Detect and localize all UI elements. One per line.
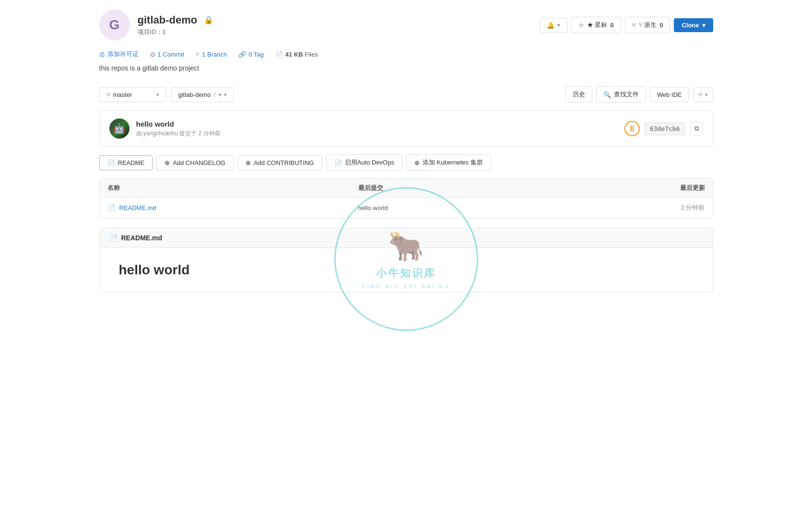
search-icon: 🔍 <box>603 91 611 98</box>
branch-icon: ⑂ <box>106 91 110 98</box>
commit-avatar: 🤖 <box>109 118 129 139</box>
branch-selector[interactable]: ⑂ master ▾ <box>99 87 166 102</box>
commit-stat: ⊙ 1 Commit <box>150 51 185 58</box>
commit-link[interactable]: 1 Commit <box>158 51 185 58</box>
files-label: 41 KB Files <box>285 51 318 58</box>
col-commit: 最后提交 <box>358 184 609 192</box>
file-icon: 📄 <box>107 159 115 166</box>
col-time: 最后更新 <box>609 184 705 192</box>
file-table-header: 名称 最后提交 最后更新 <box>100 179 713 198</box>
add-path-button[interactable]: + ▾ <box>218 91 227 98</box>
ellipsis-icon: ⑂ <box>698 91 702 98</box>
path-breadcrumb: gitlab-demo / + ▾ <box>171 87 234 102</box>
web-ide-button[interactable]: Web IDE <box>650 87 689 102</box>
tag-stat: 🔗 0 Tag <box>238 51 264 58</box>
more-options-button[interactable]: ⑂ ▾ <box>693 87 713 102</box>
chevron-down-icon: ▾ <box>156 92 159 98</box>
branch-row-left: ⑂ master ▾ gitlab-demo / + ▾ <box>99 87 234 102</box>
readme-header: 📄 README.md <box>100 228 713 248</box>
branch-icon: ⑂ <box>196 51 200 58</box>
commit-info: hello world 由 yangchuanhu 提交于 2 分钟前 <box>136 120 221 138</box>
col-name: 名称 <box>107 184 358 192</box>
plus-icon: ⊕ <box>414 159 420 166</box>
fork-icon: ⑂ <box>632 22 636 29</box>
project-header-left: G gitlab-demo 🔒 项目ID：1 <box>99 10 214 40</box>
branch-link[interactable]: 1 Branch <box>202 51 227 58</box>
find-file-button[interactable]: 🔍 查找文件 <box>596 86 646 103</box>
license-link[interactable]: 添加许可证 <box>107 50 139 59</box>
chevron-down-icon: ▾ <box>557 22 560 28</box>
branch-row: ⑂ master ▾ gitlab-demo / + ▾ 历史 🔍 查找文件 <box>99 86 713 103</box>
chevron-down-icon: ▾ <box>705 92 708 98</box>
clone-button[interactable]: Clone ▾ <box>674 18 713 32</box>
history-button[interactable]: 历史 <box>565 86 592 103</box>
copy-hash-button[interactable]: ⧉ <box>690 122 703 135</box>
commit-meta: 由 yangchuanhu 提交于 2 分钟前 <box>136 130 221 138</box>
readme-title: hello world <box>119 262 694 278</box>
star-icon: ☆ <box>578 22 584 29</box>
chevron-down-icon: ▾ <box>224 92 227 98</box>
lock-icon: 🔒 <box>204 15 213 24</box>
readme-file-icon: 📄 <box>109 234 118 242</box>
file-icon: 📄 <box>334 159 342 166</box>
notify-button[interactable]: 🔔 ▾ <box>540 18 567 33</box>
commit-icon: ⊙ <box>150 51 155 58</box>
readme-box: 📄 README.md hello world <box>99 228 713 293</box>
project-description: this repos is a gitlab demo project <box>99 64 713 72</box>
tag-link[interactable]: 0 Tag <box>248 51 264 58</box>
commit-hash: 63de7cb6 <box>645 122 685 135</box>
project-id: 项目ID：1 <box>138 28 214 36</box>
add-contributing-button[interactable]: ⊕ Add CONTRIBUTING <box>237 155 322 170</box>
project-title-block: gitlab-demo 🔒 项目ID：1 <box>138 14 214 36</box>
branch-stat: ⑂ 1 Branch <box>196 51 227 58</box>
auto-devops-button[interactable]: 📄 启用Auto DevOps <box>326 154 402 171</box>
plus-icon: + <box>218 91 222 98</box>
files-icon: 📄 <box>275 51 283 58</box>
file-time: 2 分钟前 <box>609 203 705 212</box>
project-actions: 🔔 ▾ ☆ ★ 星标 0 ⑂ ⑂ 派生 0 Clone ▾ <box>540 17 713 33</box>
add-kubernetes-button[interactable]: ⊕ 添加 Kubernetes 集群 <box>406 154 491 171</box>
commit-right: ⏸ 63de7cb6 ⧉ <box>624 121 703 136</box>
commit-box: 🤖 hello world 由 yangchuanhu 提交于 2 分钟前 ⏸ … <box>99 110 713 147</box>
chevron-down-icon: ▾ <box>702 22 706 29</box>
tag-icon: 🔗 <box>238 51 246 58</box>
project-header: G gitlab-demo 🔒 项目ID：1 🔔 ▾ ☆ ★ 星标 0 ⑂ <box>99 10 713 40</box>
stats-row: ⚖ 添加许可证 ⊙ 1 Commit ⑂ 1 Branch 🔗 0 Tag 📄 … <box>99 50 713 59</box>
branch-row-right: 历史 🔍 查找文件 Web IDE ⑂ ▾ <box>565 86 713 103</box>
file-table: 名称 最后提交 最后更新 📄 README.md hello world 2 分… <box>99 178 713 218</box>
project-avatar: G <box>99 10 130 40</box>
readme-button[interactable]: 📄 README <box>99 155 153 170</box>
fork-button[interactable]: ⑂ ⑂ 派生 0 <box>625 17 671 33</box>
license-stat: ⚖ 添加许可证 <box>99 50 139 59</box>
table-row: 📄 README.md hello world 2 分钟前 <box>100 198 713 218</box>
files-stat: 📄 41 KB Files <box>275 51 318 58</box>
plus-icon: ⊕ <box>246 159 251 166</box>
star-button[interactable]: ☆ ★ 星标 0 <box>571 17 621 33</box>
balance-icon: ⚖ <box>99 51 105 58</box>
pipeline-status-icon[interactable]: ⏸ <box>624 121 640 136</box>
file-icon: 📄 <box>107 204 116 212</box>
bell-icon: 🔔 <box>547 22 554 29</box>
commit-left: 🤖 hello world 由 yangchuanhu 提交于 2 分钟前 <box>109 118 221 139</box>
copy-icon: ⧉ <box>694 125 699 132</box>
file-name[interactable]: 📄 README.md <box>107 204 358 212</box>
plus-icon: ⊕ <box>165 159 170 166</box>
quick-actions: 📄 README ⊕ Add CHANGELOG ⊕ Add CONTRIBUT… <box>99 154 713 171</box>
file-commit: hello world <box>358 204 609 212</box>
commit-message: hello world <box>136 120 221 128</box>
add-changelog-button[interactable]: ⊕ Add CHANGELOG <box>156 155 234 170</box>
project-name: gitlab-demo <box>138 14 198 26</box>
readme-content: hello world <box>100 248 713 292</box>
